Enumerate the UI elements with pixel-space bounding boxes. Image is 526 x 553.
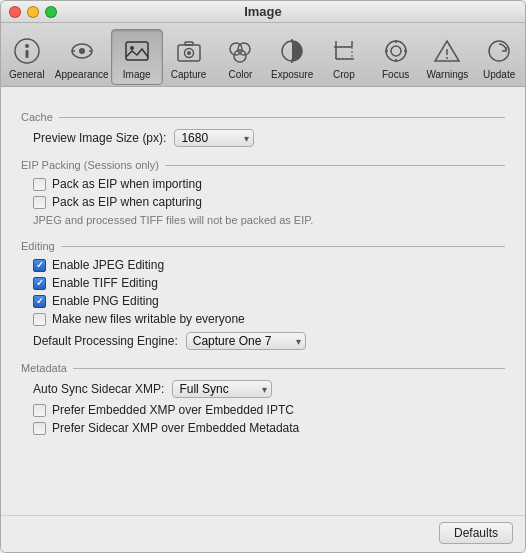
sidebar-item-general[interactable]: General	[1, 29, 53, 85]
metadata-label: Metadata	[21, 362, 67, 374]
image-icon	[121, 35, 153, 67]
svg-point-31	[446, 57, 448, 59]
sidebar-item-crop[interactable]: Crop	[318, 29, 370, 85]
svg-rect-2	[25, 50, 28, 58]
maximize-button[interactable]	[45, 6, 57, 18]
general-label: General	[9, 69, 45, 80]
auto-sync-arrow-icon: ▾	[262, 384, 267, 395]
editing-section-header: Editing	[21, 240, 505, 252]
pack-capturing-row: Pack as EIP when capturing	[21, 195, 505, 209]
close-button[interactable]	[9, 6, 21, 18]
prefer-sidecar-checkbox[interactable]	[33, 422, 46, 435]
image-label: Image	[123, 69, 151, 80]
sidebar-item-appearance[interactable]: Appearance	[53, 29, 111, 85]
processing-engine-row: Default Processing Engine: Capture One 7…	[21, 332, 505, 350]
sidebar-item-capture[interactable]: Capture	[163, 29, 215, 85]
update-icon	[483, 35, 515, 67]
prefer-embedded-row: Prefer Embedded XMP over Embedded IPTC	[21, 403, 505, 417]
processing-engine-arrow-icon: ▾	[296, 336, 301, 347]
color-label: Color	[228, 69, 252, 80]
processing-engine-value: Capture One 7	[193, 334, 292, 348]
eip-hint: JPEG and processed TIFF files will not b…	[21, 213, 505, 228]
focus-label: Focus	[382, 69, 409, 80]
enable-png-label: Enable PNG Editing	[52, 294, 159, 308]
pack-capturing-checkbox[interactable]	[33, 196, 46, 209]
svg-point-25	[391, 46, 401, 56]
general-icon	[11, 35, 43, 67]
metadata-separator	[73, 368, 505, 369]
focus-icon	[380, 35, 412, 67]
warnings-icon	[431, 35, 463, 67]
make-writable-row: Make new files writable by everyone	[21, 312, 505, 326]
titlebar: Image	[1, 1, 525, 23]
capture-icon	[173, 35, 205, 67]
crop-label: Crop	[333, 69, 355, 80]
crop-icon	[328, 35, 360, 67]
preview-size-arrow-icon: ▾	[244, 133, 249, 144]
svg-point-15	[234, 50, 246, 62]
auto-sync-label: Auto Sync Sidecar XMP:	[33, 382, 164, 396]
sidebar-item-focus[interactable]: Focus	[370, 29, 422, 85]
prefer-embedded-checkbox[interactable]	[33, 404, 46, 417]
processing-engine-select[interactable]: Capture One 7 ▾	[186, 332, 306, 350]
minimize-button[interactable]	[27, 6, 39, 18]
sidebar-item-warnings[interactable]: Warnings	[421, 29, 473, 85]
exposure-icon	[276, 35, 308, 67]
editing-label: Editing	[21, 240, 55, 252]
preview-size-row: Preview Image Size (px): 1680 ▾	[21, 129, 505, 147]
main-window: Image General	[0, 0, 526, 553]
metadata-section-header: Metadata	[21, 362, 505, 374]
cache-label: Cache	[21, 111, 53, 123]
window-title: Image	[244, 4, 282, 19]
svg-point-24	[386, 41, 406, 61]
auto-sync-row: Auto Sync Sidecar XMP: Full Sync ▾	[21, 380, 505, 398]
color-icon	[224, 35, 256, 67]
toolbar: General Appearance	[1, 23, 525, 87]
update-label: Update	[483, 69, 515, 80]
warnings-label: Warnings	[426, 69, 468, 80]
eip-separator	[165, 165, 505, 166]
pack-capturing-label: Pack as EIP when capturing	[52, 195, 202, 209]
enable-tiff-checkbox[interactable]	[33, 277, 46, 290]
svg-point-1	[25, 44, 29, 48]
defaults-button[interactable]: Defaults	[439, 522, 513, 544]
make-writable-label: Make new files writable by everyone	[52, 312, 245, 326]
svg-point-14	[238, 43, 250, 55]
svg-point-4	[79, 48, 85, 54]
auto-sync-select[interactable]: Full Sync ▾	[172, 380, 272, 398]
prefer-sidecar-label: Prefer Sidecar XMP over Embedded Metadat…	[52, 421, 299, 435]
eip-section-header: EIP Packing (Sessions only)	[21, 159, 505, 171]
enable-tiff-row: Enable TIFF Editing	[21, 276, 505, 290]
preview-size-select[interactable]: 1680 ▾	[174, 129, 254, 147]
make-writable-checkbox[interactable]	[33, 313, 46, 326]
enable-png-checkbox[interactable]	[33, 295, 46, 308]
sidebar-item-image[interactable]: Image	[111, 29, 163, 85]
appearance-label: Appearance	[55, 69, 109, 80]
svg-rect-23	[336, 47, 352, 59]
pack-importing-checkbox[interactable]	[33, 178, 46, 191]
window-buttons	[9, 6, 57, 18]
preview-size-label: Preview Image Size (px):	[33, 131, 166, 145]
auto-sync-value: Full Sync	[179, 382, 258, 396]
prefer-embedded-label: Prefer Embedded XMP over Embedded IPTC	[52, 403, 294, 417]
exposure-label: Exposure	[271, 69, 313, 80]
svg-point-8	[130, 46, 134, 50]
enable-png-row: Enable PNG Editing	[21, 294, 505, 308]
pack-importing-row: Pack as EIP when importing	[21, 177, 505, 191]
sidebar-item-color[interactable]: Color	[214, 29, 266, 85]
sidebar-item-update[interactable]: Update	[473, 29, 525, 85]
cache-section-header: Cache	[21, 111, 505, 123]
sidebar-item-exposure[interactable]: Exposure	[266, 29, 318, 85]
svg-point-12	[187, 51, 191, 55]
preview-size-value: 1680	[181, 131, 240, 145]
processing-engine-label: Default Processing Engine:	[33, 334, 178, 348]
content-area: Cache Preview Image Size (px): 1680 ▾ EI…	[1, 87, 525, 515]
enable-jpeg-checkbox[interactable]	[33, 259, 46, 272]
svg-rect-11	[185, 42, 193, 45]
pack-importing-label: Pack as EIP when importing	[52, 177, 202, 191]
enable-tiff-label: Enable TIFF Editing	[52, 276, 158, 290]
footer: Defaults	[1, 515, 525, 552]
svg-rect-7	[126, 42, 148, 60]
cache-separator	[59, 117, 505, 118]
enable-jpeg-row: Enable JPEG Editing	[21, 258, 505, 272]
